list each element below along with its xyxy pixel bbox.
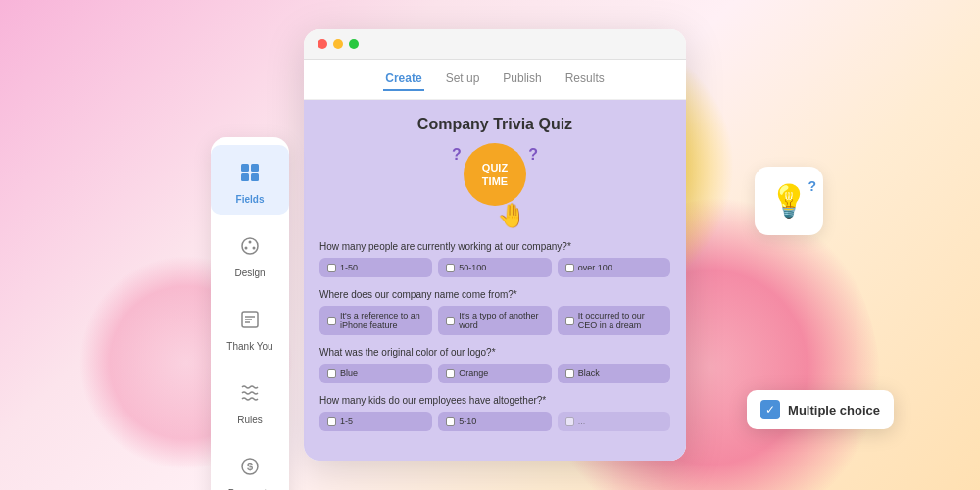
- option-1-2[interactable]: 50-100: [438, 258, 551, 277]
- dot-green: [349, 39, 359, 49]
- checkbox-1-2[interactable]: [446, 264, 455, 272]
- quiz-title: Company Trivia Quiz: [319, 116, 670, 133]
- question-2: Where does our company name come from?* …: [319, 289, 670, 335]
- svg-rect-0: [241, 164, 249, 172]
- checkbox-1-3[interactable]: [565, 264, 574, 272]
- checkbox-4-3[interactable]: [565, 417, 574, 426]
- checkbox-4-1[interactable]: [327, 417, 336, 426]
- tooltip-label: Multiple choice: [788, 403, 880, 417]
- tab-bar: Create Set up Publish Results: [304, 60, 686, 100]
- question-4: How many kids do our employees have alto…: [319, 395, 670, 431]
- svg-rect-1: [251, 164, 259, 172]
- sidebar-item-fields-label: Fields: [236, 194, 265, 205]
- rules-icon: [232, 375, 268, 411]
- question-2-text: Where does our company name come from?*: [319, 289, 670, 300]
- dot-red: [318, 39, 327, 49]
- multiple-choice-tooltip: ✓ Multiple choice: [747, 390, 894, 429]
- question-4-text: How many kids do our employees have alto…: [319, 395, 670, 406]
- quiz-image: ? QUIZTIME ? 🤚: [319, 143, 670, 229]
- sidebar-item-payments[interactable]: $ Payments: [211, 439, 289, 490]
- sidebar-item-design[interactable]: Design: [211, 219, 289, 288]
- browser-window: Create Set up Publish Results Company Tr…: [304, 29, 686, 461]
- option-2-3[interactable]: It occurred to our CEO in a dream: [558, 306, 670, 335]
- question-1-text: How many people are currently working at…: [319, 241, 670, 252]
- sidebar-item-design-label: Design: [234, 268, 265, 278]
- option-3-2[interactable]: Orange: [438, 364, 551, 383]
- sidebar: Fields Design Thank You: [211, 137, 289, 490]
- checkbox-2-2[interactable]: [446, 317, 455, 325]
- option-4-2[interactable]: 5-10: [438, 412, 551, 431]
- tab-publish[interactable]: Publish: [501, 68, 543, 91]
- svg-point-4: [242, 238, 258, 254]
- option-1-3[interactable]: over 100: [558, 258, 670, 277]
- fields-icon: [232, 155, 268, 190]
- svg-point-5: [249, 241, 252, 244]
- svg-rect-3: [251, 173, 259, 181]
- dot-yellow: [333, 39, 343, 49]
- option-4-1[interactable]: 1-5: [319, 412, 432, 431]
- lightbulb-question-mark: ?: [808, 178, 816, 194]
- svg-point-7: [245, 247, 248, 250]
- option-1-1[interactable]: 1-50: [319, 258, 432, 277]
- sidebar-item-thank-you-label: Thank You: [226, 341, 272, 352]
- tab-create[interactable]: Create: [383, 68, 423, 91]
- quiz-badge-text: QUIZTIME: [482, 161, 508, 189]
- quiz-content: Company Trivia Quiz ? QUIZTIME ? 🤚 How m…: [304, 100, 686, 461]
- lightbulb-icon: 💡: [769, 183, 808, 219]
- question-3: What was the original color of our logo?…: [319, 347, 670, 383]
- svg-point-6: [253, 247, 256, 250]
- question-2-options: It's a reference to an iPhone feature It…: [319, 306, 670, 335]
- lightbulb-card: 💡 ?: [755, 167, 823, 235]
- sidebar-item-rules[interactable]: Rules: [211, 366, 289, 435]
- checkbox-2-1[interactable]: [327, 317, 336, 325]
- checkbox-3-1[interactable]: [327, 369, 336, 378]
- sidebar-item-thank-you[interactable]: Thank You: [211, 292, 289, 362]
- thank-you-icon: [232, 302, 268, 337]
- svg-text:$: $: [247, 461, 253, 472]
- checkbox-3-2[interactable]: [446, 369, 455, 378]
- svg-rect-2: [241, 173, 249, 181]
- question-3-options: Blue Orange Black: [319, 364, 670, 383]
- sidebar-item-fields[interactable]: Fields: [211, 145, 289, 215]
- checkbox-3-3[interactable]: [565, 369, 574, 378]
- option-2-1[interactable]: It's a reference to an iPhone feature: [319, 306, 432, 335]
- question-1-options: 1-50 50-100 over 100: [319, 258, 670, 277]
- question-4-options: 1-5 5-10 ...: [319, 412, 670, 431]
- option-3-3[interactable]: Black: [558, 364, 670, 383]
- option-2-2[interactable]: It's a typo of another word: [438, 306, 551, 335]
- tab-results[interactable]: Results: [564, 68, 607, 91]
- option-3-1[interactable]: Blue: [319, 364, 432, 383]
- option-4-3[interactable]: ...: [558, 412, 670, 431]
- payments-icon: $: [232, 449, 268, 484]
- question-3-text: What was the original color of our logo?…: [319, 347, 670, 358]
- browser-bar: [304, 29, 686, 60]
- design-icon: [232, 228, 268, 264]
- tooltip-check-icon: ✓: [760, 400, 780, 419]
- tab-setup[interactable]: Set up: [444, 68, 482, 91]
- question-1: How many people are currently working at…: [319, 241, 670, 277]
- sidebar-item-rules-label: Rules: [237, 415, 263, 425]
- lightbulb-wrapper: 💡 ?: [769, 182, 808, 220]
- checkbox-1-1[interactable]: [327, 264, 336, 272]
- checkbox-2-3[interactable]: [565, 317, 574, 325]
- checkbox-4-2[interactable]: [446, 417, 455, 426]
